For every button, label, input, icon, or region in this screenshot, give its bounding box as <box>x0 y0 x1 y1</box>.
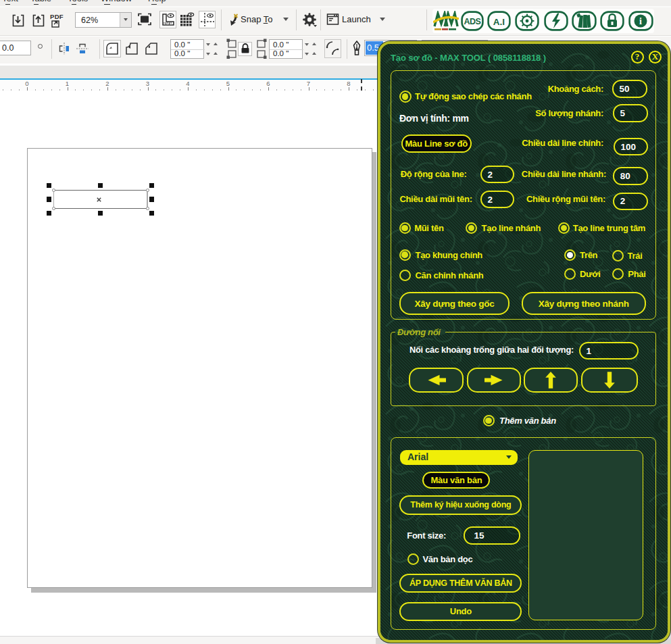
svg-text:A.I: A.I <box>493 17 505 27</box>
svg-text:ADS: ADS <box>464 17 481 26</box>
svg-text:i: i <box>639 16 642 26</box>
